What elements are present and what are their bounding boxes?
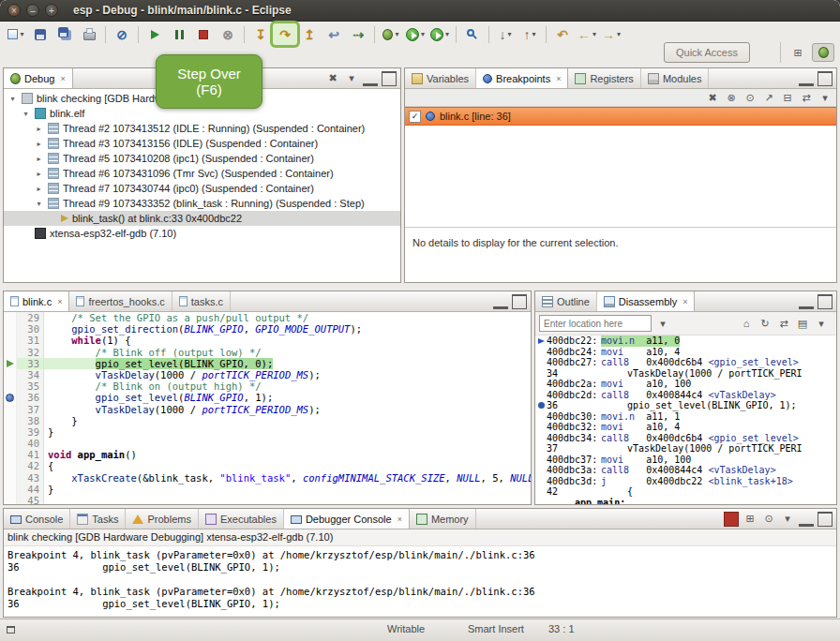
annotation-ruler[interactable]: [4, 404, 17, 415]
disassembly-ruler[interactable]: [535, 390, 547, 401]
resume-button[interactable]: [142, 23, 167, 45]
disassembly-ruler[interactable]: [535, 357, 547, 368]
drop-to-frame-button[interactable]: ↩: [322, 23, 346, 45]
editor-tab-freertos-hooks-c[interactable]: freertos_hooks.c: [69, 291, 172, 311]
disassembly-row[interactable]: 400dbc3a:call8 0x400844c4 <vTaskDelay>: [535, 465, 836, 476]
terminate-button[interactable]: [191, 23, 216, 45]
right-tab-modules[interactable]: Modules: [641, 68, 710, 88]
code-line[interactable]: 43 xTaskCreate(&blink_task, "blink_task"…: [4, 472, 531, 484]
dropdown-arrow-icon[interactable]: ▾: [20, 30, 23, 38]
code-line[interactable]: 42{: [4, 460, 531, 471]
code-line[interactable]: 45: [4, 495, 531, 504]
breakpoint-checkbox[interactable]: ✓: [409, 111, 421, 123]
disassembly-ruler[interactable]: [535, 498, 547, 505]
code-line[interactable]: 40: [4, 438, 531, 449]
view-menu-icon[interactable]: ▾: [344, 71, 359, 86]
annotation-ruler[interactable]: [4, 495, 17, 504]
twisty-collapsed-icon[interactable]: ▸: [34, 155, 44, 163]
code-line[interactable]: 39}: [4, 426, 531, 438]
forward-button[interactable]: →▾: [599, 23, 623, 45]
sync-with-active-context-icon[interactable]: ⇄: [776, 316, 791, 331]
pin-console-icon[interactable]: ⊙: [761, 512, 776, 527]
disassembly-ruler[interactable]: [535, 400, 547, 411]
print-button[interactable]: [77, 23, 101, 45]
close-tab-icon[interactable]: ×: [682, 297, 687, 306]
code-line[interactable]: 30 gpio_set_direction(BLINK_GPIO, GPIO_M…: [4, 323, 531, 335]
code-line[interactable]: 38 }: [4, 415, 531, 426]
maximize-icon[interactable]: [382, 71, 397, 86]
code-line[interactable]: 32 /* Blink off (output low) */: [4, 347, 531, 358]
annotation-ruler[interactable]: [4, 347, 17, 358]
minimize-icon[interactable]: [493, 294, 508, 309]
twisty-collapsed-icon[interactable]: ▸: [34, 125, 44, 133]
debug-perspective-button[interactable]: [812, 43, 834, 62]
console-tab-tasks[interactable]: Tasks: [70, 509, 126, 529]
disassembly-ruler[interactable]: [535, 433, 547, 444]
twisty-collapsed-icon[interactable]: ▸: [34, 140, 44, 148]
console-tab-memory[interactable]: Memory: [410, 509, 476, 529]
maximize-icon[interactable]: [818, 294, 832, 309]
code-line[interactable]: 31 while(1) {: [4, 335, 531, 346]
disassembly-row[interactable]: 400dbc27:call8 0x400dc6b4 <gpio_set_leve…: [535, 357, 836, 368]
show-breakpoints-supported-icon[interactable]: ⊙: [742, 90, 758, 105]
run-button[interactable]: ▾: [403, 23, 428, 45]
remove-breakpoint-icon[interactable]: ✖: [705, 90, 720, 105]
minimize-icon[interactable]: [799, 71, 814, 86]
code-line[interactable]: 36 gpio_set_level(BLINK_GPIO, 1);: [4, 392, 531, 403]
quick-access-button[interactable]: Quick Access: [664, 42, 750, 63]
show-source-icon[interactable]: ▤: [795, 316, 810, 331]
disassembly-ruler[interactable]: [535, 411, 547, 423]
disassembly-row[interactable]: 400dbc34:call8 0x400dc6b4 <gpio_set_leve…: [535, 433, 836, 444]
suspend-button[interactable]: [167, 23, 191, 45]
disassembly-row[interactable]: 36gpio_set_level(BLINK_GPIO, 1);: [535, 400, 836, 411]
save-all-button[interactable]: [52, 23, 77, 45]
disassembly-ruler[interactable]: [535, 335, 547, 347]
close-tab-icon[interactable]: ×: [398, 514, 402, 524]
debug-tree-item[interactable]: ▸Thread #7 1073430744 (ipc0) (Suspended …: [4, 181, 400, 196]
location-input[interactable]: [539, 315, 652, 332]
code-line[interactable]: 41void app_main(): [4, 449, 531, 460]
right-tab-breakpoints[interactable]: Breakpoints×: [476, 68, 568, 88]
trim-stack-icon[interactable]: [7, 626, 15, 634]
terminate-console-icon[interactable]: [724, 512, 739, 527]
external-tools-button[interactable]: ▾: [428, 23, 452, 45]
disassembly-tab-outline[interactable]: Outline: [535, 291, 597, 311]
disassembly-row[interactable]: 400dbc32:movi a10, 4: [535, 422, 836, 433]
close-tab-icon[interactable]: ×: [60, 74, 65, 83]
twisty-collapsed-icon[interactable]: ▸: [34, 185, 44, 193]
code-line[interactable]: 33 gpio_set_level(BLINK_GPIO, 0);: [4, 358, 531, 369]
save-button[interactable]: [28, 23, 52, 45]
window-minimize-button[interactable]: –: [26, 4, 39, 17]
annotation-ruler[interactable]: [4, 472, 17, 484]
code-line[interactable]: 35 /* Blink on (output high) */: [4, 380, 531, 392]
twisty-expanded-icon[interactable]: ▾: [34, 200, 44, 208]
next-annotation-button[interactable]: ↓▾: [493, 23, 518, 45]
debug-button[interactable]: ▾: [379, 23, 403, 45]
new-wizard-button[interactable]: ▾: [4, 23, 28, 45]
open-console-icon[interactable]: ⊞: [742, 512, 758, 527]
skip-all-breakpoints-button[interactable]: ⊘: [110, 23, 134, 45]
annotation-ruler[interactable]: [4, 392, 17, 403]
search-button[interactable]: [460, 23, 485, 45]
disassembly-ruler[interactable]: [535, 443, 547, 455]
disassembly-area[interactable]: 400dbc22:movi.n a11, 0400dbc24:movi a10,…: [535, 335, 836, 504]
dropdown-arrow-icon[interactable]: ▾: [395, 30, 398, 38]
back-button[interactable]: ←▾: [575, 23, 599, 45]
remove-all-terminated-icon[interactable]: ✖: [325, 71, 340, 86]
twisty-expanded-icon[interactable]: ▾: [8, 95, 18, 103]
remove-all-breakpoints-icon[interactable]: ⊗: [724, 90, 739, 105]
disassembly-ruler[interactable]: [535, 347, 547, 358]
close-tab-icon[interactable]: ×: [57, 297, 62, 306]
disassembly-tab-disassembly[interactable]: Disassembly×: [597, 291, 696, 311]
minimize-icon[interactable]: [363, 71, 378, 86]
disassembly-row[interactable]: app_main:: [535, 498, 836, 505]
disassembly-ruler[interactable]: [535, 368, 547, 380]
console-tab-debugger-console[interactable]: Debugger Console×: [284, 509, 410, 529]
disassembly-row[interactable]: 42{: [535, 486, 836, 498]
last-edit-location-button[interactable]: ↶: [550, 23, 575, 45]
annotation-ruler[interactable]: [4, 335, 17, 346]
maximize-icon[interactable]: [512, 294, 527, 309]
disassembly-row[interactable]: 400dbc2a:movi a10, 100: [535, 379, 836, 390]
location-dropdown-icon[interactable]: ▾: [655, 316, 670, 331]
window-maximize-button[interactable]: +: [45, 4, 58, 17]
